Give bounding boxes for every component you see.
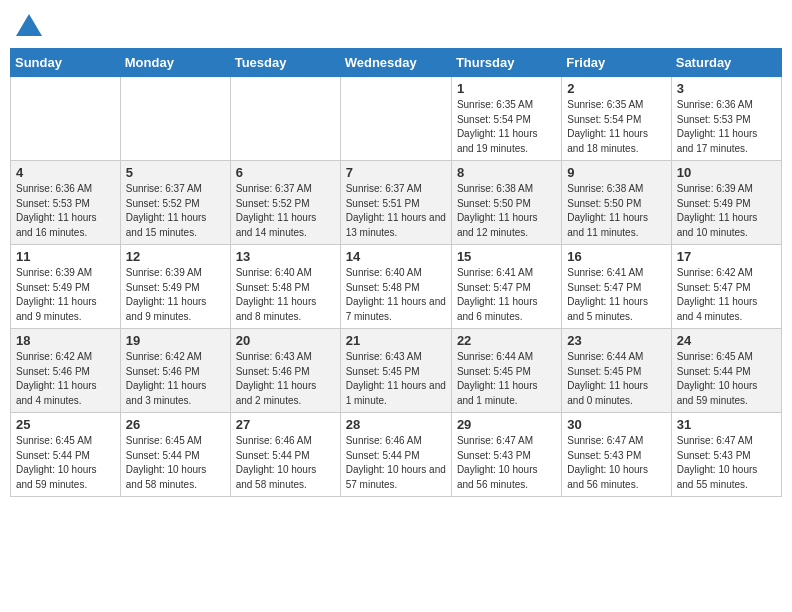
calendar-header-row: SundayMondayTuesdayWednesdayThursdayFrid… (11, 49, 782, 77)
day-number: 5 (126, 165, 225, 180)
day-info: Sunrise: 6:43 AMSunset: 5:45 PMDaylight:… (346, 350, 446, 408)
day-info: Sunrise: 6:44 AMSunset: 5:45 PMDaylight:… (567, 350, 665, 408)
day-info: Sunrise: 6:39 AMSunset: 5:49 PMDaylight:… (16, 266, 115, 324)
calendar-cell: 16Sunrise: 6:41 AMSunset: 5:47 PMDayligh… (562, 245, 671, 329)
day-number: 14 (346, 249, 446, 264)
day-number: 26 (126, 417, 225, 432)
day-number: 3 (677, 81, 776, 96)
page-header (10, 10, 782, 40)
calendar-cell: 20Sunrise: 6:43 AMSunset: 5:46 PMDayligh… (230, 329, 340, 413)
day-number: 21 (346, 333, 446, 348)
day-number: 6 (236, 165, 335, 180)
calendar-cell (11, 77, 121, 161)
calendar-cell: 17Sunrise: 6:42 AMSunset: 5:47 PMDayligh… (671, 245, 781, 329)
day-info: Sunrise: 6:38 AMSunset: 5:50 PMDaylight:… (457, 182, 556, 240)
calendar-week-row: 11Sunrise: 6:39 AMSunset: 5:49 PMDayligh… (11, 245, 782, 329)
day-number: 12 (126, 249, 225, 264)
day-info: Sunrise: 6:40 AMSunset: 5:48 PMDaylight:… (346, 266, 446, 324)
day-number: 2 (567, 81, 665, 96)
day-of-week-header: Sunday (11, 49, 121, 77)
day-number: 15 (457, 249, 556, 264)
logo-icon (14, 10, 44, 40)
day-of-week-header: Tuesday (230, 49, 340, 77)
day-info: Sunrise: 6:43 AMSunset: 5:46 PMDaylight:… (236, 350, 335, 408)
day-of-week-header: Friday (562, 49, 671, 77)
calendar-cell (230, 77, 340, 161)
calendar-cell: 13Sunrise: 6:40 AMSunset: 5:48 PMDayligh… (230, 245, 340, 329)
day-info: Sunrise: 6:45 AMSunset: 5:44 PMDaylight:… (16, 434, 115, 492)
calendar-cell: 19Sunrise: 6:42 AMSunset: 5:46 PMDayligh… (120, 329, 230, 413)
day-number: 25 (16, 417, 115, 432)
day-number: 17 (677, 249, 776, 264)
calendar-cell: 14Sunrise: 6:40 AMSunset: 5:48 PMDayligh… (340, 245, 451, 329)
calendar-cell: 8Sunrise: 6:38 AMSunset: 5:50 PMDaylight… (451, 161, 561, 245)
day-number: 4 (16, 165, 115, 180)
day-of-week-header: Thursday (451, 49, 561, 77)
day-number: 30 (567, 417, 665, 432)
day-info: Sunrise: 6:39 AMSunset: 5:49 PMDaylight:… (677, 182, 776, 240)
calendar-cell (120, 77, 230, 161)
calendar-cell: 6Sunrise: 6:37 AMSunset: 5:52 PMDaylight… (230, 161, 340, 245)
calendar-cell: 30Sunrise: 6:47 AMSunset: 5:43 PMDayligh… (562, 413, 671, 497)
day-of-week-header: Wednesday (340, 49, 451, 77)
day-info: Sunrise: 6:44 AMSunset: 5:45 PMDaylight:… (457, 350, 556, 408)
calendar-cell: 27Sunrise: 6:46 AMSunset: 5:44 PMDayligh… (230, 413, 340, 497)
day-info: Sunrise: 6:41 AMSunset: 5:47 PMDaylight:… (457, 266, 556, 324)
logo (14, 10, 46, 40)
day-number: 16 (567, 249, 665, 264)
day-info: Sunrise: 6:36 AMSunset: 5:53 PMDaylight:… (16, 182, 115, 240)
day-of-week-header: Monday (120, 49, 230, 77)
calendar-cell: 7Sunrise: 6:37 AMSunset: 5:51 PMDaylight… (340, 161, 451, 245)
calendar-cell: 22Sunrise: 6:44 AMSunset: 5:45 PMDayligh… (451, 329, 561, 413)
calendar-table: SundayMondayTuesdayWednesdayThursdayFrid… (10, 48, 782, 497)
day-number: 31 (677, 417, 776, 432)
day-number: 9 (567, 165, 665, 180)
day-info: Sunrise: 6:45 AMSunset: 5:44 PMDaylight:… (126, 434, 225, 492)
day-info: Sunrise: 6:38 AMSunset: 5:50 PMDaylight:… (567, 182, 665, 240)
calendar-cell: 9Sunrise: 6:38 AMSunset: 5:50 PMDaylight… (562, 161, 671, 245)
day-info: Sunrise: 6:45 AMSunset: 5:44 PMDaylight:… (677, 350, 776, 408)
calendar-cell: 15Sunrise: 6:41 AMSunset: 5:47 PMDayligh… (451, 245, 561, 329)
day-info: Sunrise: 6:35 AMSunset: 5:54 PMDaylight:… (567, 98, 665, 156)
day-number: 11 (16, 249, 115, 264)
calendar-cell (340, 77, 451, 161)
day-info: Sunrise: 6:47 AMSunset: 5:43 PMDaylight:… (677, 434, 776, 492)
calendar-cell: 23Sunrise: 6:44 AMSunset: 5:45 PMDayligh… (562, 329, 671, 413)
calendar-cell: 18Sunrise: 6:42 AMSunset: 5:46 PMDayligh… (11, 329, 121, 413)
day-number: 1 (457, 81, 556, 96)
day-number: 20 (236, 333, 335, 348)
day-number: 18 (16, 333, 115, 348)
day-info: Sunrise: 6:35 AMSunset: 5:54 PMDaylight:… (457, 98, 556, 156)
calendar-cell: 5Sunrise: 6:37 AMSunset: 5:52 PMDaylight… (120, 161, 230, 245)
day-number: 23 (567, 333, 665, 348)
day-info: Sunrise: 6:37 AMSunset: 5:51 PMDaylight:… (346, 182, 446, 240)
day-number: 8 (457, 165, 556, 180)
day-info: Sunrise: 6:41 AMSunset: 5:47 PMDaylight:… (567, 266, 665, 324)
calendar-cell: 3Sunrise: 6:36 AMSunset: 5:53 PMDaylight… (671, 77, 781, 161)
day-info: Sunrise: 6:39 AMSunset: 5:49 PMDaylight:… (126, 266, 225, 324)
day-info: Sunrise: 6:46 AMSunset: 5:44 PMDaylight:… (236, 434, 335, 492)
day-info: Sunrise: 6:47 AMSunset: 5:43 PMDaylight:… (457, 434, 556, 492)
day-number: 19 (126, 333, 225, 348)
day-number: 28 (346, 417, 446, 432)
calendar-cell: 2Sunrise: 6:35 AMSunset: 5:54 PMDaylight… (562, 77, 671, 161)
day-info: Sunrise: 6:42 AMSunset: 5:46 PMDaylight:… (126, 350, 225, 408)
day-number: 27 (236, 417, 335, 432)
calendar-week-row: 4Sunrise: 6:36 AMSunset: 5:53 PMDaylight… (11, 161, 782, 245)
calendar-cell: 4Sunrise: 6:36 AMSunset: 5:53 PMDaylight… (11, 161, 121, 245)
calendar-cell: 24Sunrise: 6:45 AMSunset: 5:44 PMDayligh… (671, 329, 781, 413)
day-number: 24 (677, 333, 776, 348)
calendar-week-row: 1Sunrise: 6:35 AMSunset: 5:54 PMDaylight… (11, 77, 782, 161)
day-info: Sunrise: 6:42 AMSunset: 5:46 PMDaylight:… (16, 350, 115, 408)
calendar-cell: 11Sunrise: 6:39 AMSunset: 5:49 PMDayligh… (11, 245, 121, 329)
calendar-week-row: 25Sunrise: 6:45 AMSunset: 5:44 PMDayligh… (11, 413, 782, 497)
day-info: Sunrise: 6:47 AMSunset: 5:43 PMDaylight:… (567, 434, 665, 492)
day-number: 10 (677, 165, 776, 180)
calendar-cell: 12Sunrise: 6:39 AMSunset: 5:49 PMDayligh… (120, 245, 230, 329)
calendar-cell: 31Sunrise: 6:47 AMSunset: 5:43 PMDayligh… (671, 413, 781, 497)
calendar-week-row: 18Sunrise: 6:42 AMSunset: 5:46 PMDayligh… (11, 329, 782, 413)
day-info: Sunrise: 6:37 AMSunset: 5:52 PMDaylight:… (236, 182, 335, 240)
day-number: 7 (346, 165, 446, 180)
day-info: Sunrise: 6:37 AMSunset: 5:52 PMDaylight:… (126, 182, 225, 240)
calendar-cell: 1Sunrise: 6:35 AMSunset: 5:54 PMDaylight… (451, 77, 561, 161)
